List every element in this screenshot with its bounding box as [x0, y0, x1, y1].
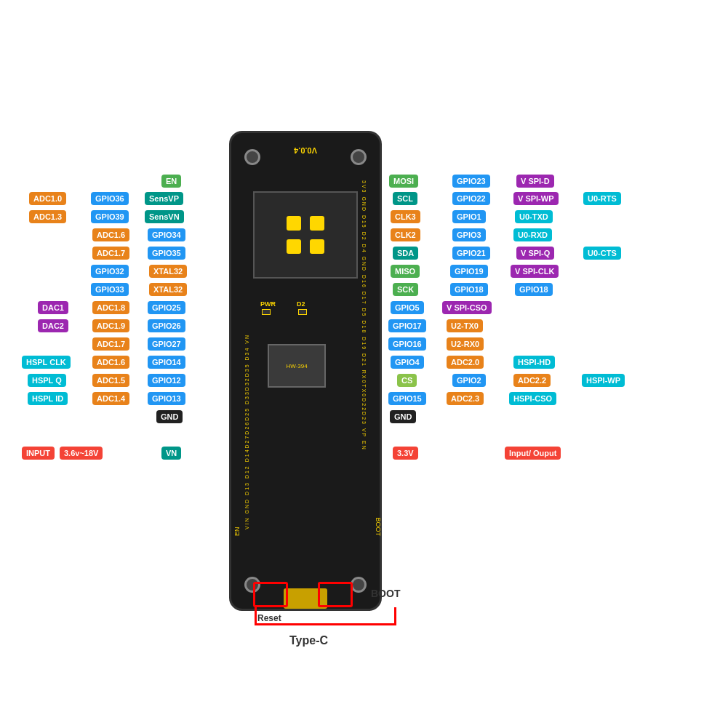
badge-u0rts: U0-RTS [583, 192, 621, 205]
badge-gnd-right: GND [390, 410, 416, 423]
badge-vspiwp: V SPI-WP [513, 192, 559, 205]
main-chip [253, 191, 358, 279]
badge-mosi: MOSI [389, 175, 418, 188]
badge-adc23: ADC2.3 [447, 392, 484, 405]
badge-gpio26: GPIO26 [148, 319, 185, 332]
badge-dac2: DAC2 [38, 319, 68, 332]
badge-sda: SDA [393, 247, 418, 260]
reset-label: Reset [257, 613, 281, 623]
badge-gpio21: GPIO21 [452, 247, 490, 260]
chip-dot-1 [287, 216, 301, 231]
badge-adc16: ADC1.6 [92, 228, 129, 241]
badge-gpio34: GPIO34 [148, 228, 185, 241]
badge-gpio13: GPIO13 [148, 392, 185, 405]
badge-gpio17: GPIO17 [388, 319, 426, 332]
badge-hsplid: HSPL ID [28, 392, 68, 405]
version-label: V0.0.4 [294, 146, 317, 155]
d2-label: D2 [297, 300, 305, 308]
badge-gpio14: GPIO14 [148, 356, 185, 369]
chip-dot-4 [310, 239, 324, 254]
chip-dots [281, 210, 330, 260]
badge-adc14: ADC1.4 [92, 392, 129, 405]
badge-clk3: CLK3 [391, 210, 420, 223]
d2-led [298, 309, 307, 315]
badge-vspiclk: V SPI-CLK [511, 265, 559, 278]
badge-hspiwp: HSPI-WP [582, 374, 625, 387]
badge-en: EN [161, 175, 181, 188]
badge-adc13: ADC1.3 [29, 210, 66, 223]
badge-gpio4: GPIO4 [391, 356, 424, 369]
badge-adc18: ADC1.8 [92, 301, 129, 314]
badge-xtal32-1: XTAL32 [149, 265, 187, 278]
badge-sensvn: SensVN [145, 210, 184, 223]
badge-cs: CS [397, 374, 417, 387]
badge-u0rxd: U0-RXD [513, 228, 552, 241]
badge-gpio33: GPIO33 [91, 283, 129, 296]
badge-gpio16: GPIO16 [388, 337, 426, 351]
badge-gpio15: GPIO15 [388, 392, 426, 405]
badge-xtal32-2: XTAL32 [149, 283, 187, 296]
badge-adc19: ADC1.9 [92, 319, 129, 332]
badge-sck: SCK [393, 283, 418, 296]
badge-gpio22: GPIO22 [452, 192, 490, 205]
badge-inputouput: Input/ Ouput [505, 447, 561, 460]
badge-dac1: DAC1 [38, 301, 68, 314]
esp32-board: V0.0.4 PWR D2 HW-394 [229, 131, 382, 611]
diagram: V0.0.4 PWR D2 HW-394 [0, 0, 728, 728]
badge-gpio27: GPIO27 [148, 337, 185, 351]
badge-hspihd: HSPI-HD [513, 356, 555, 369]
badge-gpio32: GPIO32 [91, 265, 129, 278]
badge-3v3: 3.3V [393, 447, 418, 460]
badge-adc22: ADC2.2 [513, 374, 551, 387]
badge-gpio2: GPIO2 [452, 374, 486, 387]
secondary-chip: HW-394 [268, 344, 326, 388]
boot-button-outline [318, 582, 353, 607]
chip-dot-2 [310, 216, 324, 231]
badge-gpio12: GPIO12 [148, 374, 185, 387]
badge-adc10: ADC1.0 [29, 192, 66, 205]
boot-label-board: BOOT [375, 517, 382, 536]
badge-u2rx0: U2-RX0 [447, 337, 484, 351]
badge-gnd-left: GND [156, 410, 183, 423]
badge-adc17b: ADC1.7 [92, 337, 129, 351]
badge-u0txd: U0-TXD [515, 210, 553, 223]
badge-u0cts: U0-CTS [583, 247, 621, 260]
badge-vspi-cso: V SPI-CSO [442, 301, 492, 314]
badge-gpio25: GPIO25 [148, 301, 185, 314]
badge-hspicso: HSPI-CSO [509, 392, 556, 405]
badge-sensvp: SensVP [145, 192, 183, 205]
badge-clk2: CLK2 [391, 228, 420, 241]
badge-adc20: ADC2.0 [447, 356, 484, 369]
top-right-hole [351, 149, 367, 165]
badge-scl: SCL [393, 192, 417, 205]
bottom-right-hole [351, 577, 367, 593]
badge-adc15: ADC1.5 [92, 374, 129, 387]
badge-hsplq: HSPL Q [28, 374, 66, 387]
badge-hsplclk: HSPL CLK [22, 356, 71, 369]
badge-gpio18b: GPIO18 [515, 283, 553, 296]
boot-text-label: BOOT [371, 588, 400, 599]
reset-button-outline [253, 582, 288, 607]
badge-vspiq: V SPI-Q [516, 247, 554, 260]
badge-u2tx0: U2-TX0 [447, 319, 483, 332]
badge-vn: VN [161, 447, 181, 460]
pwr-label: PWR [260, 300, 276, 308]
badge-gpio39: GPIO39 [91, 210, 129, 223]
badge-adc17a: ADC1.7 [92, 247, 129, 260]
top-left-hole [244, 149, 260, 165]
secondary-chip-label: HW-394 [286, 363, 307, 369]
badge-gpio5: GPIO5 [391, 301, 424, 314]
badge-miso: MISO [391, 265, 420, 278]
chip-dot-3 [287, 239, 301, 254]
left-pin-labels: VIN GND D13 D12 D14D27D26D25 D33D32D35 D… [244, 180, 249, 529]
badge-gpio3: GPIO3 [452, 228, 486, 241]
left-pins-strip [234, 177, 239, 540]
typec-label: Type-C [289, 634, 328, 647]
badge-gpio1: GPIO1 [452, 210, 486, 223]
badge-gpio35: GPIO35 [148, 247, 185, 260]
badge-gpio23: GPIO23 [452, 175, 490, 188]
badge-gpio36: GPIO36 [91, 192, 129, 205]
right-pin-labels: 3V3 GND D15 D2 D4 GND D16 D17 D5 D18 D19… [361, 180, 367, 529]
badge-input: INPUT [22, 447, 55, 460]
badge-adc16b: ADC1.6 [92, 356, 129, 369]
